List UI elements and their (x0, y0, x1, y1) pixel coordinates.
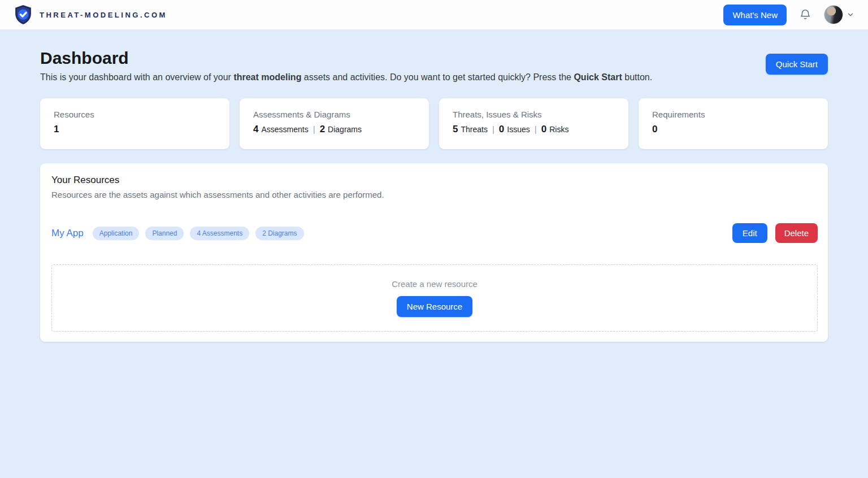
stat-unit: Risks (549, 125, 568, 134)
stat-value: 5 Threats | 0 Issues | 0 Risks (453, 124, 615, 135)
delete-button[interactable]: Delete (775, 223, 818, 243)
new-resource-button[interactable]: New Resource (397, 296, 472, 317)
resource-link-my-app[interactable]: My App (51, 228, 84, 239)
bell-icon[interactable] (799, 8, 811, 21)
stat-label: Threats, Issues & Risks (453, 110, 615, 119)
chevron-down-icon (847, 11, 854, 19)
badge-assessments-count: 4 Assessments (190, 227, 249, 240)
your-resources-panel: Your Resources Resources are the assets … (40, 163, 828, 342)
stat-number: 5 (453, 124, 458, 135)
user-avatar[interactable] (824, 5, 843, 24)
badge-type: Application (93, 227, 140, 240)
brand-logo[interactable]: THREAT-MODELING.COM (12, 4, 167, 25)
description-text: This is your dashboard with an overview … (40, 72, 233, 82)
stat-unit: Threats (461, 125, 487, 134)
page-description: This is your dashboard with an overview … (40, 72, 652, 82)
stat-number: 1 (54, 124, 59, 135)
description-bold-threat-modeling: threat modeling (233, 72, 301, 82)
stat-separator: | (491, 124, 496, 134)
stat-number: 0 (652, 124, 657, 135)
create-resource-prompt: Create a new resource (392, 279, 478, 289)
whats-new-button[interactable]: What's New (723, 5, 787, 25)
stat-separator: | (311, 124, 317, 134)
stat-separator: | (533, 124, 539, 134)
stat-label: Assessments & Diagrams (253, 110, 415, 119)
stat-value: 0 (652, 124, 814, 135)
badge-status: Planned (145, 227, 184, 240)
stat-unit: Issues (507, 125, 530, 134)
stat-unit: Assessments (261, 125, 308, 134)
stat-number: 0 (541, 124, 546, 135)
stat-card-assessments-diagrams: Assessments & Diagrams 4 Assessments | 2… (240, 98, 429, 149)
resource-row: My App Application Planned 4 Assessments… (51, 223, 818, 243)
dashboard-page: Dashboard This is your dashboard with an… (0, 30, 868, 342)
description-bold-quick-start: Quick Start (574, 72, 622, 82)
badge-diagrams-count: 2 Diagrams (255, 227, 303, 240)
stat-number: 4 (253, 124, 258, 135)
stats-row: Resources 1 Assessments & Diagrams 4 Ass… (40, 98, 828, 149)
stat-card-resources: Resources 1 (40, 98, 229, 149)
stat-number: 2 (320, 124, 325, 135)
panel-subtitle: Resources are the assets against which a… (51, 190, 818, 199)
stat-unit: Diagrams (328, 125, 362, 134)
page-title: Dashboard (40, 49, 652, 68)
stat-label: Requirements (652, 110, 814, 119)
stat-card-requirements: Requirements 0 (639, 98, 828, 149)
shield-check-icon (12, 4, 34, 25)
stat-number: 0 (499, 124, 504, 135)
create-resource-area: Create a new resource New Resource (51, 264, 818, 332)
description-text: assets and activities. Do you want to ge… (301, 72, 574, 82)
edit-button[interactable]: Edit (732, 223, 767, 243)
stat-card-threats-issues-risks: Threats, Issues & Risks 5 Threats | 0 Is… (439, 98, 628, 149)
resource-badges: Application Planned 4 Assessments 2 Diag… (93, 227, 304, 240)
stat-value: 4 Assessments | 2 Diagrams (253, 124, 415, 135)
user-menu[interactable] (824, 5, 854, 24)
description-text: button. (622, 72, 652, 82)
panel-title: Your Resources (51, 175, 818, 186)
stat-label: Resources (54, 110, 216, 119)
top-navbar: THREAT-MODELING.COM What's New (0, 0, 868, 30)
quick-start-button[interactable]: Quick Start (766, 54, 828, 75)
brand-name: THREAT-MODELING.COM (40, 11, 167, 19)
stat-value: 1 (54, 124, 216, 135)
